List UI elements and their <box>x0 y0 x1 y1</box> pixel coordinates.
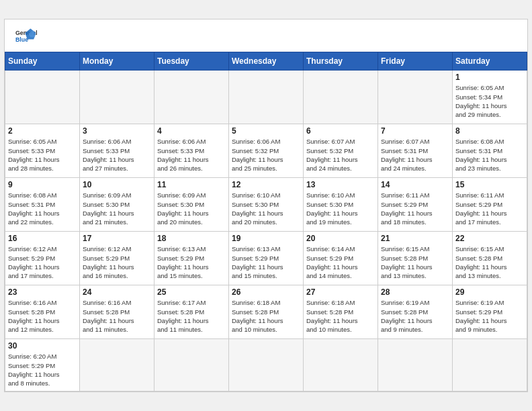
day-number: 16 <box>8 234 77 243</box>
day-number: 6 <box>306 126 375 136</box>
day-number: 27 <box>306 287 375 297</box>
day-cell: 4Sunrise: 6:06 AM Sunset: 5:33 PM Daylig… <box>154 124 229 178</box>
day-info: Sunrise: 6:10 AM Sunset: 5:30 PM Dayligh… <box>306 191 375 226</box>
day-info: Sunrise: 6:07 AM Sunset: 5:31 PM Dayligh… <box>381 137 449 173</box>
day-number: 12 <box>232 180 300 189</box>
day-info: Sunrise: 6:06 AM Sunset: 5:32 PM Dayligh… <box>232 137 300 173</box>
day-info: Sunrise: 6:06 AM Sunset: 5:33 PM Dayligh… <box>157 137 226 173</box>
day-cell: 10Sunrise: 6:09 AM Sunset: 5:30 PM Dayli… <box>80 178 154 232</box>
day-cell <box>378 71 453 124</box>
day-cell: 12Sunrise: 6:10 AM Sunset: 5:30 PM Dayli… <box>229 178 304 232</box>
day-number: 29 <box>455 287 524 297</box>
day-info: Sunrise: 6:18 AM Sunset: 5:28 PM Dayligh… <box>232 298 300 334</box>
calendar-header: General Blue <box>5 19 527 52</box>
day-info: Sunrise: 6:18 AM Sunset: 5:28 PM Dayligh… <box>306 298 375 334</box>
day-info: Sunrise: 6:10 AM Sunset: 5:30 PM Dayligh… <box>232 191 300 226</box>
day-cell: 17Sunrise: 6:12 AM Sunset: 5:29 PM Dayli… <box>80 232 154 285</box>
day-cell: 18Sunrise: 6:13 AM Sunset: 5:29 PM Dayli… <box>154 232 229 285</box>
day-cell <box>154 339 229 391</box>
day-info: Sunrise: 6:11 AM Sunset: 5:29 PM Dayligh… <box>455 191 524 226</box>
header-friday: Friday <box>378 52 453 71</box>
day-cell: 8Sunrise: 6:08 AM Sunset: 5:31 PM Daylig… <box>453 124 527 178</box>
day-info: Sunrise: 6:19 AM Sunset: 5:28 PM Dayligh… <box>381 298 449 334</box>
header-saturday: Saturday <box>453 52 527 71</box>
day-cell: 6Sunrise: 6:07 AM Sunset: 5:32 PM Daylig… <box>304 124 378 178</box>
day-cell: 25Sunrise: 6:17 AM Sunset: 5:28 PM Dayli… <box>154 285 229 339</box>
day-cell: 13Sunrise: 6:10 AM Sunset: 5:30 PM Dayli… <box>304 178 378 232</box>
day-info: Sunrise: 6:08 AM Sunset: 5:31 PM Dayligh… <box>8 191 77 226</box>
day-number: 5 <box>232 126 300 136</box>
day-number: 24 <box>83 287 151 297</box>
day-headers-row: SundayMondayTuesdayWednesdayThursdayFrid… <box>5 52 527 71</box>
header-wednesday: Wednesday <box>229 52 304 71</box>
day-info: Sunrise: 6:20 AM Sunset: 5:29 PM Dayligh… <box>8 352 77 387</box>
day-info: Sunrise: 6:06 AM Sunset: 5:33 PM Dayligh… <box>83 137 151 173</box>
day-number: 19 <box>232 234 300 243</box>
week-row-6: 30Sunrise: 6:20 AM Sunset: 5:29 PM Dayli… <box>5 339 527 391</box>
day-cell: 9Sunrise: 6:08 AM Sunset: 5:31 PM Daylig… <box>5 178 80 232</box>
day-cell: 16Sunrise: 6:12 AM Sunset: 5:29 PM Dayli… <box>5 232 80 285</box>
day-cell: 7Sunrise: 6:07 AM Sunset: 5:31 PM Daylig… <box>378 124 453 178</box>
day-info: Sunrise: 6:07 AM Sunset: 5:32 PM Dayligh… <box>306 137 375 173</box>
day-cell: 30Sunrise: 6:20 AM Sunset: 5:29 PM Dayli… <box>5 339 80 391</box>
day-number: 15 <box>455 180 524 189</box>
day-number: 30 <box>8 341 77 351</box>
day-info: Sunrise: 6:08 AM Sunset: 5:31 PM Dayligh… <box>455 137 524 173</box>
day-info: Sunrise: 6:05 AM Sunset: 5:34 PM Dayligh… <box>455 83 524 119</box>
header-sunday: Sunday <box>5 52 80 71</box>
day-number: 3 <box>83 126 151 136</box>
header-tuesday: Tuesday <box>154 52 229 71</box>
week-row-4: 16Sunrise: 6:12 AM Sunset: 5:29 PM Dayli… <box>5 232 527 285</box>
day-number: 21 <box>381 234 449 243</box>
day-info: Sunrise: 6:15 AM Sunset: 5:28 PM Dayligh… <box>381 244 449 280</box>
day-cell <box>80 339 154 391</box>
day-cell <box>378 339 453 391</box>
day-info: Sunrise: 6:12 AM Sunset: 5:29 PM Dayligh… <box>83 244 151 280</box>
day-number: 20 <box>306 234 375 243</box>
day-number: 18 <box>157 234 226 243</box>
day-cell: 22Sunrise: 6:15 AM Sunset: 5:28 PM Dayli… <box>453 232 527 285</box>
day-number: 1 <box>455 73 524 82</box>
day-info: Sunrise: 6:19 AM Sunset: 5:29 PM Dayligh… <box>455 298 524 334</box>
day-cell <box>154 71 229 124</box>
day-info: Sunrise: 6:09 AM Sunset: 5:30 PM Dayligh… <box>83 191 151 226</box>
day-number: 22 <box>455 234 524 243</box>
day-number: 2 <box>8 126 77 136</box>
day-info: Sunrise: 6:13 AM Sunset: 5:29 PM Dayligh… <box>232 244 300 280</box>
day-number: 9 <box>8 180 77 189</box>
day-cell: 15Sunrise: 6:11 AM Sunset: 5:29 PM Dayli… <box>453 178 527 232</box>
day-info: Sunrise: 6:13 AM Sunset: 5:29 PM Dayligh… <box>157 244 226 280</box>
day-info: Sunrise: 6:09 AM Sunset: 5:30 PM Dayligh… <box>157 191 226 226</box>
day-cell: 14Sunrise: 6:11 AM Sunset: 5:29 PM Dayli… <box>378 178 453 232</box>
week-row-5: 23Sunrise: 6:16 AM Sunset: 5:28 PM Dayli… <box>5 285 527 339</box>
day-cell: 19Sunrise: 6:13 AM Sunset: 5:29 PM Dayli… <box>229 232 304 285</box>
day-number: 23 <box>8 287 77 297</box>
day-cell: 28Sunrise: 6:19 AM Sunset: 5:28 PM Dayli… <box>378 285 453 339</box>
week-row-2: 2Sunrise: 6:05 AM Sunset: 5:33 PM Daylig… <box>5 124 527 178</box>
day-info: Sunrise: 6:16 AM Sunset: 5:28 PM Dayligh… <box>8 298 77 334</box>
day-info: Sunrise: 6:05 AM Sunset: 5:33 PM Dayligh… <box>8 137 77 173</box>
day-cell <box>304 71 378 124</box>
day-cell: 1Sunrise: 6:05 AM Sunset: 5:34 PM Daylig… <box>453 71 527 124</box>
day-cell <box>453 339 527 391</box>
day-cell: 21Sunrise: 6:15 AM Sunset: 5:28 PM Dayli… <box>378 232 453 285</box>
calendar-container: General Blue SundayMondayTuesdayWednesda… <box>4 19 528 392</box>
day-info: Sunrise: 6:17 AM Sunset: 5:28 PM Dayligh… <box>157 298 226 334</box>
day-cell <box>229 71 304 124</box>
day-info: Sunrise: 6:15 AM Sunset: 5:28 PM Dayligh… <box>455 244 524 280</box>
week-row-3: 9Sunrise: 6:08 AM Sunset: 5:31 PM Daylig… <box>5 178 527 232</box>
day-number: 7 <box>381 126 449 136</box>
day-cell: 24Sunrise: 6:16 AM Sunset: 5:28 PM Dayli… <box>80 285 154 339</box>
day-number: 17 <box>83 234 151 243</box>
day-number: 4 <box>157 126 226 136</box>
svg-text:Blue: Blue <box>15 36 28 43</box>
day-number: 25 <box>157 287 226 297</box>
calendar-table: SundayMondayTuesdayWednesdayThursdayFrid… <box>5 52 527 391</box>
day-cell: 23Sunrise: 6:16 AM Sunset: 5:28 PM Dayli… <box>5 285 80 339</box>
day-cell: 3Sunrise: 6:06 AM Sunset: 5:33 PM Daylig… <box>80 124 154 178</box>
day-info: Sunrise: 6:16 AM Sunset: 5:28 PM Dayligh… <box>83 298 151 334</box>
day-number: 26 <box>232 287 300 297</box>
day-info: Sunrise: 6:14 AM Sunset: 5:29 PM Dayligh… <box>306 244 375 280</box>
day-cell: 2Sunrise: 6:05 AM Sunset: 5:33 PM Daylig… <box>5 124 80 178</box>
day-number: 10 <box>83 180 151 189</box>
